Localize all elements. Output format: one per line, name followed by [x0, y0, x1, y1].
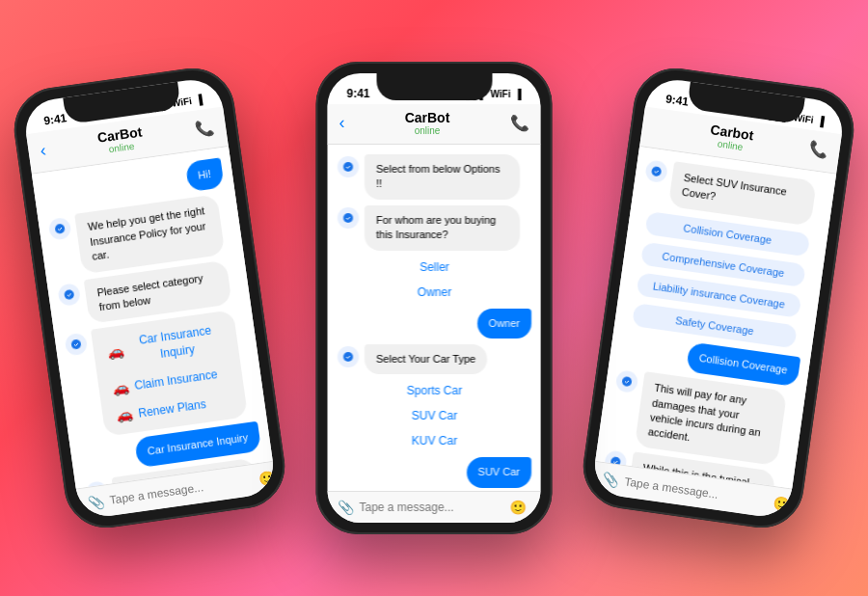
chat-subtitle-center: online — [345, 125, 510, 136]
attach-icon-left[interactable]: 📎 — [87, 494, 105, 511]
emoji-icon-right[interactable]: 🙂 — [773, 495, 791, 512]
time-right: 9:41 — [665, 92, 690, 108]
bubble-explain1: This will pay for any damages that your … — [635, 371, 787, 466]
msg-bot-car-type: Select Your Car Type — [338, 344, 531, 374]
bubble-user-owner: Owner — [476, 309, 530, 339]
bubble-for-whom: For whom are you buying this Insurance? — [365, 205, 520, 251]
bot-icon-c1 — [338, 156, 359, 177]
bot-icon-c2 — [338, 207, 359, 229]
time-center: 9:41 — [347, 87, 370, 100]
input-icons-left: 🙂 🎤 — [258, 467, 277, 487]
bubble-car-type: Select Your Car Type — [365, 344, 487, 374]
option-seller[interactable]: Seller — [420, 257, 449, 278]
phones-container: 9:41 ▌▌▌ WiFi ▐ ‹ CarBot online 📞 — [19, 14, 849, 582]
chat-header-center-title: CarBot online — [345, 110, 510, 136]
msg-bot-select-opt: Select from below Options !! — [338, 154, 531, 200]
phone-inner-right: 9:41 ▌▌▌ WiFi ▐ Carbot online 📞 — [591, 76, 847, 520]
chat-title-center: CarBot — [345, 110, 510, 125]
car-icon-2: 🚗 — [111, 377, 130, 398]
svg-point-6 — [343, 213, 353, 223]
svg-point-5 — [343, 162, 353, 172]
attach-icon-center[interactable]: 📎 — [338, 500, 354, 515]
attach-icon-right[interactable]: 📎 — [602, 471, 620, 488]
option-kuv-car[interactable]: KUV Car — [411, 430, 456, 451]
msg-user-suv: SUV Car — [338, 457, 531, 487]
msg-user-owner: Owner — [338, 309, 531, 339]
battery-left: ▐ — [195, 94, 203, 105]
bot-icon-2 — [57, 283, 81, 307]
mic-icon-right[interactable]: 🎤 — [795, 498, 813, 515]
msg-bot-options: 🚗 Car Insurance Inquiry 🚗 Claim Insuranc… — [64, 309, 257, 440]
bubble-select-opt: Select from below Options !! — [365, 154, 520, 200]
svg-point-10 — [621, 376, 632, 387]
messages-right: Select SUV Insurance Cover? Collision Co… — [595, 147, 836, 488]
svg-point-0 — [55, 224, 66, 234]
input-icons-right: 🙂 🎤 — [773, 495, 813, 515]
option-owner[interactable]: Owner — [417, 282, 450, 303]
bubble-user-suv: SUV Car — [466, 457, 530, 487]
bubble-hi: Hi! — [184, 157, 224, 192]
phone-inner-left: 9:41 ▌▌▌ WiFi ▐ ‹ CarBot online 📞 — [22, 76, 278, 520]
chat-header-center: ‹ CarBot online 📞 — [328, 104, 541, 145]
call-icon-right[interactable]: 📞 — [807, 140, 828, 161]
messages-left: Hi! We help you get the right Insurance … — [32, 147, 273, 488]
call-icon-center[interactable]: 📞 — [510, 114, 529, 132]
emoji-icon-left[interactable]: 🙂 — [258, 470, 276, 487]
msg-bot-for-whom: For whom are you buying this Insurance? — [338, 205, 531, 251]
car-type-options: Sports Car SUV Car KUV Car — [338, 380, 531, 451]
input-icons-center: 🙂 🎤 — [510, 500, 541, 515]
input-bar-center: 📎 🙂 🎤 — [328, 491, 541, 523]
bot-icon-3 — [65, 333, 89, 357]
time-left: 9:41 — [42, 111, 68, 127]
bot-icon-r1 — [644, 159, 668, 183]
coverage-options: Collision Coverage Comprehensive Coverag… — [624, 208, 818, 352]
bot-icon-1 — [48, 217, 72, 241]
phone-center: 9:41 ▌▌▌ WiFi ▐ ‹ CarBot online 📞 — [316, 62, 553, 534]
bot-icon-r2 — [615, 369, 639, 393]
car-icon-3: 🚗 — [115, 405, 134, 426]
battery-right: ▐ — [817, 115, 826, 126]
option-sports-car[interactable]: Sports Car — [406, 380, 461, 401]
mic-icon-center[interactable]: 🎤 — [532, 500, 541, 515]
phone-left: 9:41 ▌▌▌ WiFi ▐ ‹ CarBot online 📞 — [9, 63, 290, 533]
wifi-center: WiFi — [490, 89, 510, 99]
svg-point-1 — [64, 288, 74, 299]
option-renew-label[interactable]: Renew Plans — [137, 393, 207, 425]
battery-center: ▐ — [514, 89, 521, 99]
emoji-icon-center[interactable]: 🙂 — [510, 500, 527, 515]
messages-center: Select from below Options !! For whom ar… — [328, 145, 541, 491]
call-icon-left[interactable]: 📞 — [194, 118, 215, 139]
phone-inner-center: 9:41 ▌▌▌ WiFi ▐ ‹ CarBot online 📞 — [328, 73, 541, 523]
phone-right: 9:41 ▌▌▌ WiFi ▐ Carbot online 📞 — [578, 63, 859, 533]
svg-point-9 — [651, 166, 662, 176]
svg-point-7 — [343, 352, 353, 362]
bot-icon-c3 — [338, 346, 359, 367]
car-icon-1: 🚗 — [106, 342, 125, 364]
message-input-center[interactable] — [360, 501, 504, 514]
svg-point-2 — [70, 339, 81, 350]
bubble-options-left: 🚗 Car Insurance Inquiry 🚗 Claim Insuranc… — [91, 310, 248, 436]
seller-owner-options: Seller Owner — [338, 257, 531, 303]
option-suv-car[interactable]: SUV Car — [411, 405, 456, 426]
notch-center — [376, 73, 492, 100]
